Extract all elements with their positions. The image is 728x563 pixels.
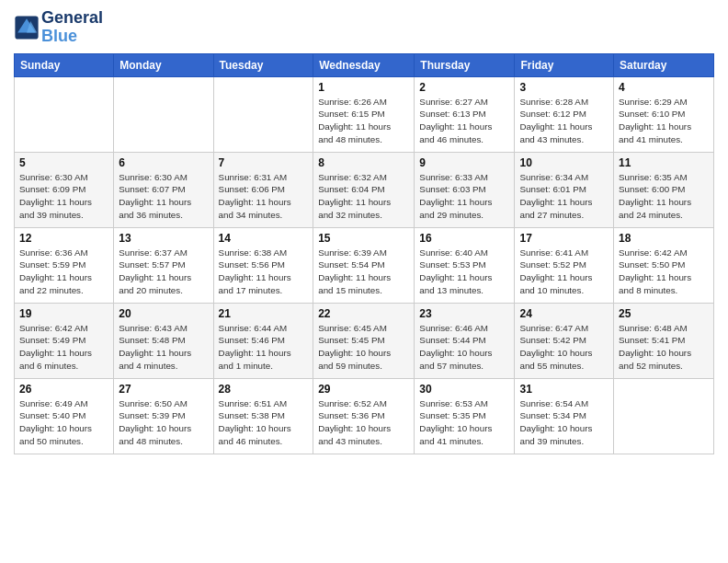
calendar-cell: 23Sunrise: 6:46 AM Sunset: 5:44 PM Dayli… [415,303,515,378]
day-info: Sunrise: 6:53 AM Sunset: 5:35 PM Dayligh… [419,397,509,448]
page: General Blue SundayMondayTuesdayWednesda… [0,0,728,563]
calendar-cell [213,76,313,152]
day-info: Sunrise: 6:44 AM Sunset: 5:46 PM Dayligh… [219,322,309,373]
day-number: 23 [419,307,509,320]
calendar-header-row: SundayMondayTuesdayWednesdayThursdayFrid… [15,53,714,76]
calendar-cell: 20Sunrise: 6:43 AM Sunset: 5:48 PM Dayli… [114,303,213,378]
day-info: Sunrise: 6:28 AM Sunset: 6:12 PM Dayligh… [519,96,609,146]
calendar-cell: 31Sunrise: 6:54 AM Sunset: 5:34 PM Dayli… [515,378,614,454]
calendar-cell: 22Sunrise: 6:45 AM Sunset: 5:45 PM Dayli… [313,303,415,378]
calendar-cell: 17Sunrise: 6:41 AM Sunset: 5:52 PM Dayli… [515,227,614,303]
day-info: Sunrise: 6:29 AM Sunset: 6:10 PM Dayligh… [619,96,709,146]
day-info: Sunrise: 6:52 AM Sunset: 5:36 PM Dayligh… [318,397,409,448]
calendar-cell: 21Sunrise: 6:44 AM Sunset: 5:46 PM Dayli… [213,303,313,378]
day-number: 21 [219,307,309,320]
column-header-saturday: Saturday [614,53,714,76]
column-header-tuesday: Tuesday [213,53,313,76]
day-number: 5 [19,156,108,169]
day-number: 16 [419,232,509,245]
calendar-cell: 9Sunrise: 6:33 AM Sunset: 6:03 PM Daylig… [415,152,515,227]
calendar-cell [614,378,714,454]
day-info: Sunrise: 6:37 AM Sunset: 5:57 PM Dayligh… [119,247,208,297]
calendar-cell: 7Sunrise: 6:31 AM Sunset: 6:06 PM Daylig… [213,152,313,227]
calendar-cell: 8Sunrise: 6:32 AM Sunset: 6:04 PM Daylig… [313,152,415,227]
day-info: Sunrise: 6:45 AM Sunset: 5:45 PM Dayligh… [318,322,409,373]
calendar-cell: 28Sunrise: 6:51 AM Sunset: 5:38 PM Dayli… [213,378,313,454]
day-number: 31 [519,383,609,396]
calendar-cell: 11Sunrise: 6:35 AM Sunset: 6:00 PM Dayli… [614,152,714,227]
day-info: Sunrise: 6:50 AM Sunset: 5:39 PM Dayligh… [119,397,208,448]
day-number: 26 [19,383,108,396]
day-number: 27 [119,383,208,396]
day-info: Sunrise: 6:30 AM Sunset: 6:07 PM Dayligh… [119,171,208,222]
day-info: Sunrise: 6:46 AM Sunset: 5:44 PM Dayligh… [419,322,509,373]
day-number: 11 [619,156,709,169]
calendar-cell: 6Sunrise: 6:30 AM Sunset: 6:07 PM Daylig… [114,152,213,227]
day-number: 3 [519,81,609,94]
day-info: Sunrise: 6:49 AM Sunset: 5:40 PM Dayligh… [19,397,108,448]
day-info: Sunrise: 6:27 AM Sunset: 6:13 PM Dayligh… [419,96,509,146]
calendar-cell: 12Sunrise: 6:36 AM Sunset: 5:59 PM Dayli… [15,227,114,303]
day-number: 28 [219,383,309,396]
calendar-cell: 25Sunrise: 6:48 AM Sunset: 5:41 PM Dayli… [614,303,714,378]
day-number: 25 [619,307,709,320]
column-header-sunday: Sunday [15,53,114,76]
column-header-wednesday: Wednesday [313,53,415,76]
calendar-table: SundayMondayTuesdayWednesdayThursdayFrid… [14,53,714,454]
day-number: 9 [419,156,509,169]
day-number: 12 [19,232,108,245]
calendar-cell: 2Sunrise: 6:27 AM Sunset: 6:13 PM Daylig… [415,76,515,152]
day-info: Sunrise: 6:35 AM Sunset: 6:00 PM Dayligh… [619,171,709,222]
day-info: Sunrise: 6:41 AM Sunset: 5:52 PM Dayligh… [519,247,609,297]
calendar-cell: 27Sunrise: 6:50 AM Sunset: 5:39 PM Dayli… [114,378,213,454]
day-number: 2 [419,81,509,94]
day-number: 19 [19,307,108,320]
calendar-cell: 16Sunrise: 6:40 AM Sunset: 5:53 PM Dayli… [415,227,515,303]
day-number: 24 [519,307,609,320]
day-number: 20 [119,307,208,320]
calendar-cell [114,76,213,152]
day-number: 6 [119,156,208,169]
day-info: Sunrise: 6:42 AM Sunset: 5:49 PM Dayligh… [19,322,108,373]
day-info: Sunrise: 6:31 AM Sunset: 6:06 PM Dayligh… [219,171,309,222]
day-number: 10 [519,156,609,169]
calendar-cell: 15Sunrise: 6:39 AM Sunset: 5:54 PM Dayli… [313,227,415,303]
calendar-week-row: 26Sunrise: 6:49 AM Sunset: 5:40 PM Dayli… [15,378,714,454]
column-header-monday: Monday [114,53,213,76]
calendar-cell: 5Sunrise: 6:30 AM Sunset: 6:09 PM Daylig… [15,152,114,227]
calendar-cell [15,76,114,152]
day-info: Sunrise: 6:40 AM Sunset: 5:53 PM Dayligh… [419,247,509,297]
day-info: Sunrise: 6:34 AM Sunset: 6:01 PM Dayligh… [519,171,609,222]
calendar-cell: 30Sunrise: 6:53 AM Sunset: 5:35 PM Dayli… [415,378,515,454]
calendar-cell: 24Sunrise: 6:47 AM Sunset: 5:42 PM Dayli… [515,303,614,378]
day-info: Sunrise: 6:26 AM Sunset: 6:15 PM Dayligh… [318,96,409,146]
column-header-thursday: Thursday [415,53,515,76]
day-number: 1 [318,81,409,94]
calendar-cell: 13Sunrise: 6:37 AM Sunset: 5:57 PM Dayli… [114,227,213,303]
day-info: Sunrise: 6:30 AM Sunset: 6:09 PM Dayligh… [19,171,108,222]
day-number: 22 [318,307,409,320]
day-info: Sunrise: 6:51 AM Sunset: 5:38 PM Dayligh… [219,397,309,448]
calendar-cell: 18Sunrise: 6:42 AM Sunset: 5:50 PM Dayli… [614,227,714,303]
calendar-week-row: 12Sunrise: 6:36 AM Sunset: 5:59 PM Dayli… [15,227,714,303]
day-number: 17 [519,232,609,245]
day-info: Sunrise: 6:42 AM Sunset: 5:50 PM Dayligh… [619,247,709,297]
calendar-cell: 26Sunrise: 6:49 AM Sunset: 5:40 PM Dayli… [15,378,114,454]
calendar-cell: 29Sunrise: 6:52 AM Sunset: 5:36 PM Dayli… [313,378,415,454]
day-number: 8 [318,156,409,169]
calendar-week-row: 1Sunrise: 6:26 AM Sunset: 6:15 PM Daylig… [15,76,714,152]
day-info: Sunrise: 6:54 AM Sunset: 5:34 PM Dayligh… [519,397,609,448]
day-info: Sunrise: 6:32 AM Sunset: 6:04 PM Dayligh… [318,171,409,222]
day-number: 4 [619,81,709,94]
day-info: Sunrise: 6:47 AM Sunset: 5:42 PM Dayligh… [519,322,609,373]
day-info: Sunrise: 6:48 AM Sunset: 5:41 PM Dayligh… [619,322,709,373]
day-number: 15 [318,232,409,245]
calendar-week-row: 19Sunrise: 6:42 AM Sunset: 5:49 PM Dayli… [15,303,714,378]
logo-text: General Blue [41,9,103,46]
day-info: Sunrise: 6:33 AM Sunset: 6:03 PM Dayligh… [419,171,509,222]
calendar-cell: 1Sunrise: 6:26 AM Sunset: 6:15 PM Daylig… [313,76,415,152]
header: General Blue [14,9,714,46]
day-number: 30 [419,383,509,396]
day-info: Sunrise: 6:43 AM Sunset: 5:48 PM Dayligh… [119,322,208,373]
calendar-cell: 3Sunrise: 6:28 AM Sunset: 6:12 PM Daylig… [515,76,614,152]
